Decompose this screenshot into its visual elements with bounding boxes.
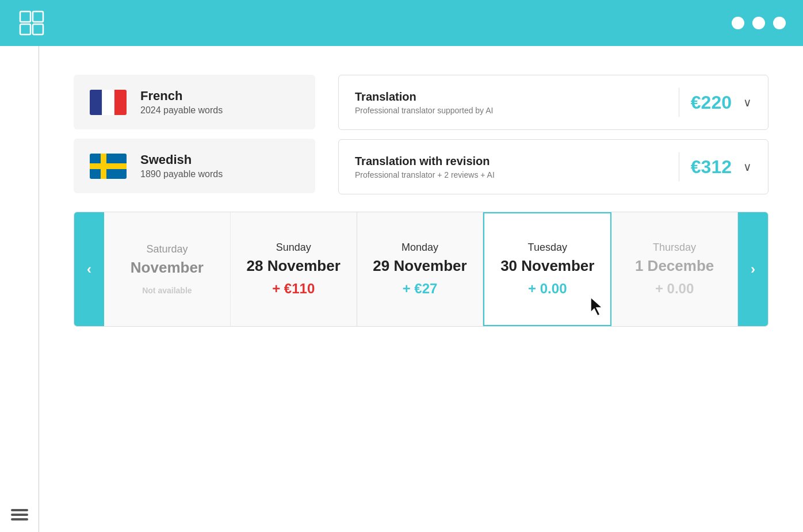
tuesday-name: Tuesday	[528, 242, 567, 254]
thursday-price: + 0.00	[655, 281, 694, 297]
tuesday-date: 30 November	[500, 257, 594, 275]
app-header	[0, 0, 803, 46]
swedish-language-card[interactable]: Swedish 1890 payable words	[74, 139, 315, 193]
swedish-flag-icon	[90, 154, 127, 179]
translation-service-right: €220 ∨	[679, 88, 752, 117]
translation-price: €220	[691, 92, 732, 113]
sunday-name: Sunday	[276, 242, 311, 254]
calendar-prev-button[interactable]: ‹	[74, 212, 104, 326]
calendar-day-monday[interactable]: Monday 29 November + €27	[357, 212, 484, 326]
top-section: French 2024 payable words Swedish 1890 p…	[74, 75, 768, 194]
calendar-next-button[interactable]: ›	[738, 212, 768, 326]
translation-service-info: Translation Professional translator supp…	[355, 90, 493, 115]
thursday-name: Thursday	[653, 242, 696, 254]
translation-revision-service-info: Translation with revision Professional t…	[355, 155, 495, 179]
svg-rect-0	[20, 12, 30, 22]
translation-chevron-icon[interactable]: ∨	[743, 95, 752, 109]
header-dot-1[interactable]	[732, 17, 744, 29]
monday-date: 29 November	[373, 257, 466, 275]
translation-revision-service-right: €312 ∨	[679, 152, 752, 181]
monday-name: Monday	[402, 242, 438, 254]
sidebar-line-1	[11, 509, 28, 511]
french-language-info: French 2024 payable words	[140, 89, 223, 116]
french-language-words: 2024 payable words	[140, 105, 223, 116]
monday-price: + €27	[403, 281, 438, 297]
calendar-day-thursday[interactable]: Thursday 1 Decembe + 0.00	[611, 212, 738, 326]
sidebar-line-3	[11, 518, 28, 520]
service-divider-2	[679, 152, 679, 181]
translation-revision-service-card[interactable]: Translation with revision Professional t…	[338, 139, 768, 194]
header-dot-2[interactable]	[752, 17, 765, 29]
chevron-right-icon: ›	[751, 261, 755, 277]
sidebar-menu-icon[interactable]	[11, 509, 28, 520]
calendar-day-sunday[interactable]: Sunday 28 November + €110	[231, 212, 357, 326]
svg-rect-3	[33, 24, 43, 35]
calendar-section: ‹ Saturday November Not available Sunday…	[74, 212, 768, 327]
cursor-indicator	[588, 296, 605, 319]
service-divider-1	[679, 88, 679, 117]
french-language-name: French	[140, 89, 223, 104]
main-content: French 2024 payable words Swedish 1890 p…	[39, 46, 803, 532]
sidebar	[0, 46, 39, 532]
french-flag-icon	[90, 90, 127, 115]
french-language-card[interactable]: French 2024 payable words	[74, 75, 315, 129]
tuesday-price: + 0.00	[528, 281, 567, 297]
translation-service-desc: Professional translator supported by AI	[355, 106, 493, 115]
header-controls	[732, 17, 786, 29]
translation-service-title: Translation	[355, 90, 493, 104]
sidebar-line-2	[11, 514, 28, 516]
swedish-language-words: 1890 payable words	[140, 169, 223, 179]
saturday-date: November	[131, 259, 204, 277]
saturday-price: Not available	[142, 286, 192, 295]
sunday-price: + €110	[272, 281, 315, 297]
header-dot-3[interactable]	[773, 17, 786, 29]
logo-icon	[17, 9, 46, 37]
svg-rect-1	[33, 12, 43, 22]
swedish-language-info: Swedish 1890 payable words	[140, 152, 223, 179]
language-cards: French 2024 payable words Swedish 1890 p…	[74, 75, 315, 194]
translation-revision-service-desc: Professional translator + 2 reviews + AI	[355, 170, 495, 179]
service-options: Translation Professional translator supp…	[338, 75, 768, 194]
main-wrapper: French 2024 payable words Swedish 1890 p…	[0, 46, 803, 532]
calendar-day-saturday[interactable]: Saturday November Not available	[104, 212, 231, 326]
translation-revision-price: €312	[691, 156, 732, 178]
swedish-language-name: Swedish	[140, 152, 223, 167]
translation-revision-service-title: Translation with revision	[355, 155, 495, 168]
chevron-left-icon: ‹	[87, 261, 91, 277]
calendar-day-tuesday[interactable]: Tuesday 30 November + 0.00	[483, 212, 611, 326]
translation-service-card[interactable]: Translation Professional translator supp…	[338, 75, 768, 130]
saturday-name: Saturday	[146, 243, 188, 255]
svg-rect-2	[20, 24, 30, 35]
sunday-date: 28 November	[247, 257, 341, 275]
translation-revision-chevron-icon[interactable]: ∨	[743, 160, 752, 174]
thursday-date: 1 Decembe	[635, 257, 714, 275]
